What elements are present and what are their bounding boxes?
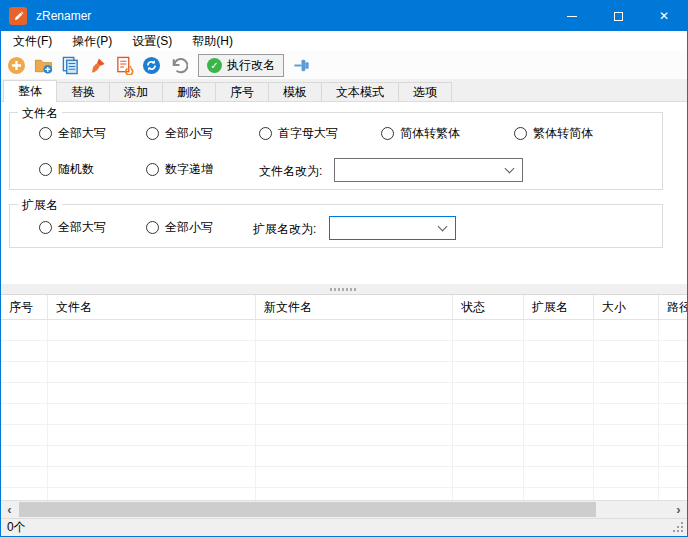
menu-help[interactable]: 帮助(H) [182, 31, 243, 51]
radio-filename-capitalize[interactable]: 首字母大写 [259, 125, 338, 142]
chevron-down-icon [505, 164, 515, 174]
radio-label: 全部大写 [58, 125, 106, 142]
titlebar[interactable]: zRenamer ✕ [1, 1, 687, 31]
splitter-grip-icon [330, 288, 358, 291]
add-folder-button[interactable] [33, 55, 53, 75]
column-header-size[interactable]: 大小 [594, 295, 659, 319]
radio-filename-uppercase[interactable]: 全部大写 [39, 125, 106, 142]
radio-label: 全部小写 [165, 125, 213, 142]
radio-icon [39, 163, 52, 176]
radio-extension-uppercase[interactable]: 全部大写 [39, 219, 106, 236]
column-header-index[interactable]: 序号 [1, 295, 48, 319]
app-window: zRenamer ✕ 文件(F) 操作(P) 设置(S) 帮助(H) [0, 0, 688, 537]
grid-column-line [593, 320, 594, 500]
radio-icon [514, 127, 527, 140]
file-count-label: 0个 [7, 519, 26, 536]
check-icon: ✓ [207, 58, 222, 73]
horizontal-splitter[interactable] [1, 284, 687, 294]
extension-rename-combobox[interactable] [329, 216, 456, 240]
reset-names-button[interactable] [114, 55, 134, 75]
column-header-status[interactable]: 状态 [453, 295, 524, 319]
undo-button[interactable] [168, 55, 188, 75]
scrollbar-thumb[interactable] [19, 502, 596, 517]
clear-list-button[interactable] [87, 55, 107, 75]
radio-filename-simplified-to-traditional[interactable]: 简体转繁体 [381, 125, 460, 142]
refresh-icon [142, 56, 161, 75]
add-files-button[interactable] [6, 55, 26, 75]
filename-group-title: 文件名 [18, 105, 62, 122]
radio-icon [259, 127, 272, 140]
app-logo-icon [9, 7, 27, 25]
radio-extension-lowercase[interactable]: 全部小写 [146, 219, 213, 236]
radio-filename-traditional-to-simplified[interactable]: 繁体转简体 [514, 125, 593, 142]
radio-icon [39, 221, 52, 234]
tabstrip: 整体 替换 添加 删除 序号 模板 文本模式 选项 [1, 79, 687, 101]
tab-options[interactable]: 选项 [398, 82, 452, 101]
column-header-path[interactable]: 路径 [659, 295, 687, 319]
menu-settings[interactable]: 设置(S) [122, 31, 182, 51]
pin-window-button[interactable] [291, 55, 311, 75]
scroll-right-icon[interactable]: › [670, 501, 687, 518]
extension-rename-label: 扩展名改为: [253, 221, 316, 238]
maximize-icon [614, 12, 623, 21]
brush-icon [88, 56, 107, 75]
radio-label: 首字母大写 [278, 125, 338, 142]
tab-delete[interactable]: 删除 [162, 82, 216, 101]
document-refresh-icon [115, 56, 134, 75]
tab-replace[interactable]: 替换 [56, 82, 110, 101]
resize-grip-icon[interactable] [681, 530, 683, 532]
grid-column-line [523, 320, 524, 500]
pin-icon [292, 56, 311, 75]
tab-add[interactable]: 添加 [109, 82, 163, 101]
grid-column-line [452, 320, 453, 500]
radio-label: 繁体转简体 [533, 125, 593, 142]
tab-number[interactable]: 序号 [215, 82, 269, 101]
radio-filename-random[interactable]: 随机数 [39, 161, 94, 178]
horizontal-scrollbar[interactable]: ‹ › [1, 500, 687, 518]
column-header-new-filename[interactable]: 新文件名 [256, 295, 453, 319]
close-icon: ✕ [659, 10, 669, 22]
refresh-button[interactable] [141, 55, 161, 75]
menu-operate[interactable]: 操作(P) [62, 31, 122, 51]
tab-whole[interactable]: 整体 [3, 80, 57, 102]
execute-rename-button[interactable]: ✓ 执行改名 [198, 54, 284, 77]
execute-rename-label: 执行改名 [227, 57, 275, 74]
radio-label: 随机数 [58, 161, 94, 178]
minimize-button[interactable] [549, 1, 595, 31]
radio-icon [146, 163, 159, 176]
radio-icon [146, 221, 159, 234]
extension-group-title: 扩展名 [18, 197, 62, 214]
documents-icon [61, 56, 80, 75]
add-folder-icon [34, 56, 53, 75]
filename-rename-label: 文件名改为: [259, 163, 322, 180]
radio-label: 全部大写 [58, 219, 106, 236]
radio-label: 简体转繁体 [400, 125, 460, 142]
close-button[interactable]: ✕ [641, 1, 687, 31]
column-header-filename[interactable]: 文件名 [48, 295, 256, 319]
scroll-left-icon[interactable]: ‹ [1, 501, 18, 518]
window-controls: ✕ [549, 1, 687, 31]
tab-template[interactable]: 模板 [268, 82, 322, 101]
filename-groupbox: 文件名 全部大写 全部小写 首字母大写 简体转繁体 繁体转简体 [9, 112, 663, 190]
maximize-button[interactable] [595, 1, 641, 31]
radio-filename-increment[interactable]: 数字递增 [146, 161, 213, 178]
tab-text-mode[interactable]: 文本模式 [321, 82, 399, 101]
grid-column-line [255, 320, 256, 500]
radio-label: 全部小写 [165, 219, 213, 236]
filename-rename-combobox[interactable] [334, 158, 523, 182]
column-header-extension[interactable]: 扩展名 [524, 295, 594, 319]
radio-icon [381, 127, 394, 140]
file-grid-header: 序号 文件名 新文件名 状态 扩展名 大小 路径 [1, 295, 687, 320]
radio-label: 数字递增 [165, 161, 213, 178]
file-grid-body [1, 320, 687, 500]
menu-file[interactable]: 文件(F) [3, 31, 62, 51]
statusbar: 0个 [1, 518, 687, 536]
file-list-button[interactable] [60, 55, 80, 75]
radio-filename-lowercase[interactable]: 全部小写 [146, 125, 213, 142]
menubar: 文件(F) 操作(P) 设置(S) 帮助(H) [1, 31, 687, 51]
tabpage-whole: 文件名 全部大写 全部小写 首字母大写 简体转繁体 繁体转简体 [1, 101, 687, 284]
window-title: zRenamer [36, 9, 91, 23]
grid-column-line [47, 320, 48, 500]
file-grid: 序号 文件名 新文件名 状态 扩展名 大小 路径 ‹ › [1, 294, 687, 518]
minimize-icon [567, 16, 577, 17]
